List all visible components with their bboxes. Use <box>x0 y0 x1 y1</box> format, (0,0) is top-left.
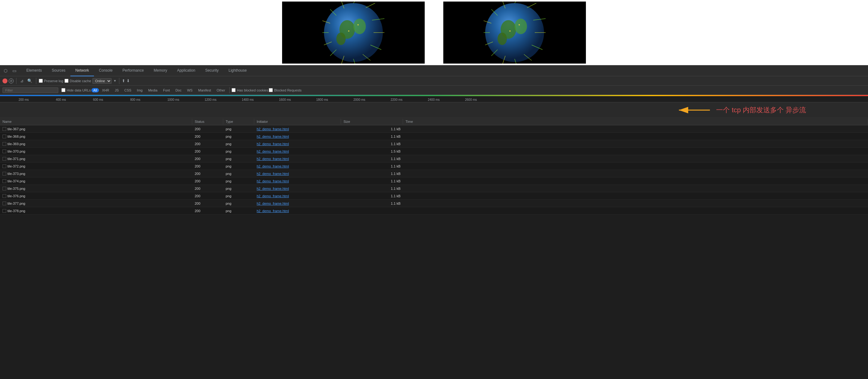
tab-lighthouse[interactable]: Lighthouse <box>223 65 252 76</box>
disable-cache-checkbox[interactable] <box>64 79 68 83</box>
record-button[interactable] <box>2 79 7 83</box>
row-initiator[interactable]: h2_demo_frame.html <box>254 134 341 139</box>
row-initiator[interactable]: h2_demo_frame.html <box>254 179 341 184</box>
tab-application[interactable]: Application <box>172 65 200 76</box>
header-initiator[interactable]: Initiator <box>254 119 341 124</box>
filter-all-btn[interactable]: All <box>91 88 99 92</box>
table-row[interactable]: tile-370.png 200 png h2_demo_frame.html … <box>0 148 868 155</box>
header-name[interactable]: Name <box>0 119 192 124</box>
tab-console[interactable]: Console <box>94 65 118 76</box>
initiator-link[interactable]: h2_demo_frame.html <box>257 187 289 191</box>
preserve-log-label[interactable]: Preserve log <box>39 79 63 83</box>
table-row[interactable]: tile-372.png 200 png h2_demo_frame.html … <box>0 163 868 170</box>
table-row[interactable]: tile-371.png 200 png h2_demo_frame.html … <box>0 155 868 163</box>
stop-button[interactable]: ⊘ <box>9 79 13 83</box>
throttle-select[interactable]: Online <box>92 78 112 84</box>
tab-sources[interactable]: Sources <box>47 65 70 76</box>
table-row[interactable]: tile-369.png 200 png h2_demo_frame.html … <box>0 140 868 148</box>
device-icon[interactable]: ▭ <box>11 67 18 75</box>
table-row[interactable]: tile-374.png 200 png h2_demo_frame.html … <box>0 177 868 185</box>
initiator-link[interactable]: h2_demo_frame.html <box>257 179 289 183</box>
initiator-link[interactable]: h2_demo_frame.html <box>257 142 289 146</box>
filter-icon[interactable]: ⊿ <box>19 78 25 84</box>
row-checkbox[interactable] <box>2 187 6 191</box>
initiator-link[interactable]: h2_demo_frame.html <box>257 209 289 213</box>
filter-img-btn[interactable]: Img <box>134 88 145 93</box>
filter-ws-btn[interactable]: WS <box>184 88 195 93</box>
initiator-link[interactable]: h2_demo_frame.html <box>257 194 289 198</box>
row-initiator[interactable]: h2_demo_frame.html <box>254 126 341 132</box>
upload-har-icon[interactable]: ⬆ <box>122 79 125 83</box>
filter-css-btn[interactable]: CSS <box>122 88 134 93</box>
tab-network[interactable]: Network <box>70 65 94 76</box>
svg-line-6 <box>353 2 360 3</box>
row-checkbox[interactable] <box>2 164 6 168</box>
filter-font-btn[interactable]: Font <box>161 88 173 93</box>
initiator-link[interactable]: h2_demo_frame.html <box>257 202 289 205</box>
tab-security[interactable]: Security <box>200 65 223 76</box>
row-checkbox[interactable] <box>2 172 6 176</box>
table-row[interactable]: tile-373.png 200 png h2_demo_frame.html … <box>0 170 868 177</box>
hide-data-urls-checkbox[interactable] <box>61 88 65 92</box>
row-status: 200 <box>192 149 223 154</box>
header-status[interactable]: Status <box>192 119 223 124</box>
row-initiator[interactable]: h2_demo_frame.html <box>254 186 341 191</box>
download-har-icon[interactable]: ⬇ <box>126 79 130 83</box>
hide-data-urls-label[interactable]: Hide data URLs <box>61 88 91 92</box>
row-name: tile-373.png <box>0 171 192 176</box>
blocked-requests-checkbox[interactable] <box>269 88 273 92</box>
row-initiator[interactable]: h2_demo_frame.html <box>254 208 341 213</box>
filter-media-btn[interactable]: Media <box>146 88 160 93</box>
disable-cache-label[interactable]: Disable cache <box>64 79 91 83</box>
row-checkbox[interactable] <box>2 179 6 183</box>
has-blocked-cookies-label[interactable]: Has blocked cookies <box>231 88 268 92</box>
filter-js-btn[interactable]: JS <box>112 88 121 93</box>
initiator-link[interactable]: h2_demo_frame.html <box>257 127 289 131</box>
filter-other-btn[interactable]: Other <box>214 88 228 93</box>
initiator-link[interactable]: h2_demo_frame.html <box>257 172 289 176</box>
initiator-link[interactable]: h2_demo_frame.html <box>257 157 289 161</box>
row-initiator[interactable]: h2_demo_frame.html <box>254 194 341 199</box>
inspect-icon[interactable]: ⬡ <box>2 67 9 75</box>
blocked-requests-label[interactable]: Blocked Requests <box>269 88 302 92</box>
filter-doc-btn[interactable]: Doc <box>173 88 184 93</box>
row-checkbox[interactable] <box>2 209 6 213</box>
filter-input[interactable] <box>2 87 58 93</box>
row-checkbox[interactable] <box>2 127 6 131</box>
row-checkbox[interactable] <box>2 194 6 198</box>
row-initiator[interactable]: h2_demo_frame.html <box>254 156 341 161</box>
header-size[interactable]: Size <box>341 119 403 124</box>
row-initiator[interactable]: h2_demo_frame.html <box>254 149 341 154</box>
tab-memory[interactable]: Memory <box>149 65 172 76</box>
row-name-text: tile-372.png <box>7 164 25 168</box>
row-initiator[interactable]: h2_demo_frame.html <box>254 141 341 146</box>
row-initiator[interactable]: h2_demo_frame.html <box>254 171 341 176</box>
row-checkbox[interactable] <box>2 202 6 205</box>
row-initiator[interactable]: h2_demo_frame.html <box>254 201 341 206</box>
row-checkbox[interactable] <box>2 135 6 138</box>
row-checkbox[interactable] <box>2 149 6 153</box>
has-blocked-cookies-checkbox[interactable] <box>231 88 236 92</box>
header-time[interactable]: Time <box>403 119 868 124</box>
filter-manifest-btn[interactable]: Manifest <box>196 88 214 93</box>
row-initiator[interactable]: h2_demo_frame.html <box>254 164 341 169</box>
initiator-link[interactable]: h2_demo_frame.html <box>257 135 289 138</box>
tab-elements[interactable]: Elements <box>21 65 47 76</box>
filter-xhr-btn[interactable]: XHR <box>99 88 112 93</box>
search-icon[interactable]: 🔍 <box>26 78 33 84</box>
header-type[interactable]: Type <box>223 119 254 124</box>
initiator-link[interactable]: h2_demo_frame.html <box>257 164 289 168</box>
table-row[interactable]: tile-377.png 200 png h2_demo_frame.html … <box>0 200 868 207</box>
row-checkbox[interactable] <box>2 142 6 146</box>
table-row[interactable]: tile-368.png 200 png h2_demo_frame.html … <box>0 133 868 140</box>
row-checkbox[interactable] <box>2 157 6 161</box>
timeline-container[interactable]: 200 ms 400 ms 600 ms 800 ms 1000 ms 1200… <box>0 95 868 103</box>
table-row[interactable]: tile-376.png 200 png h2_demo_frame.html … <box>0 192 868 200</box>
table-row[interactable]: tile-367.png 200 png h2_demo_frame.html … <box>0 125 868 133</box>
initiator-link[interactable]: h2_demo_frame.html <box>257 149 289 153</box>
tab-performance[interactable]: Performance <box>118 65 149 76</box>
table-row[interactable]: tile-375.png 200 png h2_demo_frame.html … <box>0 185 868 192</box>
row-type: png <box>223 186 254 191</box>
preserve-log-checkbox[interactable] <box>39 79 43 83</box>
table-row[interactable]: tile-378.png 200 png h2_demo_frame.html <box>0 207 868 215</box>
